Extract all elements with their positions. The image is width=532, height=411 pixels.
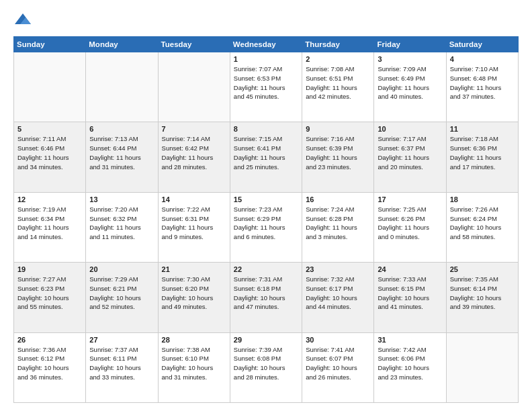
calendar-day-cell: 16Sunrise: 7:24 AMSunset: 6:28 PMDayligh… [302,192,374,262]
day-info: Sunrise: 7:35 AMSunset: 6:14 PMDaylight:… [450,275,515,312]
calendar-day-cell: 1Sunrise: 7:07 AMSunset: 6:53 PMDaylight… [230,52,302,122]
day-number: 31 [378,336,442,344]
day-info: Sunrise: 7:30 AMSunset: 6:20 PMDaylight:… [162,275,226,312]
day-number: 13 [89,195,154,203]
day-info: Sunrise: 7:42 AMSunset: 6:06 PMDaylight:… [378,345,442,382]
calendar-week-row: 1Sunrise: 7:07 AMSunset: 6:53 PMDaylight… [14,52,519,122]
calendar-table: SundayMondayTuesdayWednesdayThursdayFrid… [13,36,519,403]
day-info: Sunrise: 7:16 AMSunset: 6:39 PMDaylight:… [306,134,370,171]
day-info: Sunrise: 7:41 AMSunset: 6:07 PMDaylight:… [306,345,370,382]
day-number: 22 [234,265,298,273]
calendar-day-cell [446,332,518,402]
day-info: Sunrise: 7:26 AMSunset: 6:24 PMDaylight:… [450,205,515,242]
calendar-day-cell: 30Sunrise: 7:41 AMSunset: 6:07 PMDayligh… [302,332,374,402]
calendar-week-row: 26Sunrise: 7:36 AMSunset: 6:12 PMDayligh… [14,332,519,402]
day-number: 23 [306,265,370,273]
day-info: Sunrise: 7:17 AMSunset: 6:37 PMDaylight:… [378,134,442,171]
day-number: 5 [17,125,82,133]
logo-icon [13,11,32,30]
calendar-day-header: Monday [86,37,158,52]
calendar-day-cell: 6Sunrise: 7:13 AMSunset: 6:44 PMDaylight… [86,122,158,192]
header [13,11,519,30]
calendar-day-cell: 24Sunrise: 7:33 AMSunset: 6:15 PMDayligh… [374,263,446,332]
calendar-day-cell: 11Sunrise: 7:18 AMSunset: 6:36 PMDayligh… [446,122,518,192]
day-number: 9 [306,125,370,133]
calendar-day-cell [158,52,230,122]
calendar-day-cell: 20Sunrise: 7:29 AMSunset: 6:21 PMDayligh… [86,263,158,332]
calendar-day-cell: 26Sunrise: 7:36 AMSunset: 6:12 PMDayligh… [14,332,86,402]
day-info: Sunrise: 7:22 AMSunset: 6:31 PMDaylight:… [162,205,226,242]
calendar-day-cell: 9Sunrise: 7:16 AMSunset: 6:39 PMDaylight… [302,122,374,192]
day-number: 25 [450,265,515,273]
calendar-day-cell: 10Sunrise: 7:17 AMSunset: 6:37 PMDayligh… [374,122,446,192]
calendar-day-cell: 17Sunrise: 7:25 AMSunset: 6:26 PMDayligh… [374,192,446,262]
day-info: Sunrise: 7:07 AMSunset: 6:53 PMDaylight:… [234,64,298,101]
day-info: Sunrise: 7:08 AMSunset: 6:51 PMDaylight:… [306,64,370,101]
calendar-day-header: Thursday [302,37,374,52]
calendar-week-row: 19Sunrise: 7:27 AMSunset: 6:23 PMDayligh… [14,263,519,332]
calendar-day-header: Tuesday [158,37,230,52]
calendar-day-cell: 5Sunrise: 7:11 AMSunset: 6:46 PMDaylight… [14,122,86,192]
calendar-day-header: Saturday [446,37,518,52]
calendar-day-cell: 15Sunrise: 7:23 AMSunset: 6:29 PMDayligh… [230,192,302,262]
calendar-day-cell: 25Sunrise: 7:35 AMSunset: 6:14 PMDayligh… [446,263,518,332]
day-number: 21 [162,265,226,273]
day-info: Sunrise: 7:36 AMSunset: 6:12 PMDaylight:… [17,345,82,382]
calendar-day-cell: 4Sunrise: 7:10 AMSunset: 6:48 PMDaylight… [446,52,518,122]
day-info: Sunrise: 7:33 AMSunset: 6:15 PMDaylight:… [378,275,442,312]
calendar-day-cell: 31Sunrise: 7:42 AMSunset: 6:06 PMDayligh… [374,332,446,402]
day-number: 1 [234,55,298,63]
calendar-day-cell: 2Sunrise: 7:08 AMSunset: 6:51 PMDaylight… [302,52,374,122]
day-info: Sunrise: 7:13 AMSunset: 6:44 PMDaylight:… [89,134,154,171]
calendar-day-cell: 27Sunrise: 7:37 AMSunset: 6:11 PMDayligh… [86,332,158,402]
day-number: 11 [450,125,515,133]
day-info: Sunrise: 7:29 AMSunset: 6:21 PMDaylight:… [89,275,154,312]
day-info: Sunrise: 7:39 AMSunset: 6:08 PMDaylight:… [234,345,298,382]
calendar-day-cell: 19Sunrise: 7:27 AMSunset: 6:23 PMDayligh… [14,263,86,332]
calendar-day-cell: 12Sunrise: 7:19 AMSunset: 6:34 PMDayligh… [14,192,86,262]
calendar-day-cell: 3Sunrise: 7:09 AMSunset: 6:49 PMDaylight… [374,52,446,122]
day-info: Sunrise: 7:11 AMSunset: 6:46 PMDaylight:… [17,134,82,171]
day-number: 26 [17,336,82,344]
day-info: Sunrise: 7:09 AMSunset: 6:49 PMDaylight:… [378,64,442,101]
day-info: Sunrise: 7:27 AMSunset: 6:23 PMDaylight:… [17,275,82,312]
day-info: Sunrise: 7:31 AMSunset: 6:18 PMDaylight:… [234,275,298,312]
day-info: Sunrise: 7:32 AMSunset: 6:17 PMDaylight:… [306,275,370,312]
calendar-day-cell [14,52,86,122]
calendar-day-header: Wednesday [230,37,302,52]
day-info: Sunrise: 7:20 AMSunset: 6:32 PMDaylight:… [89,205,154,242]
day-info: Sunrise: 7:24 AMSunset: 6:28 PMDaylight:… [306,205,370,242]
calendar-day-cell: 29Sunrise: 7:39 AMSunset: 6:08 PMDayligh… [230,332,302,402]
calendar-header-row: SundayMondayTuesdayWednesdayThursdayFrid… [14,37,519,52]
day-number: 28 [162,336,226,344]
calendar-day-header: Friday [374,37,446,52]
calendar-day-cell: 23Sunrise: 7:32 AMSunset: 6:17 PMDayligh… [302,263,374,332]
day-number: 2 [306,55,370,63]
day-number: 12 [17,195,82,203]
day-info: Sunrise: 7:25 AMSunset: 6:26 PMDaylight:… [378,205,442,242]
calendar-day-cell: 14Sunrise: 7:22 AMSunset: 6:31 PMDayligh… [158,192,230,262]
calendar-day-cell [86,52,158,122]
day-info: Sunrise: 7:23 AMSunset: 6:29 PMDaylight:… [234,205,298,242]
day-number: 14 [162,195,226,203]
calendar-day-cell: 13Sunrise: 7:20 AMSunset: 6:32 PMDayligh… [86,192,158,262]
day-number: 19 [17,265,82,273]
day-number: 15 [234,195,298,203]
day-info: Sunrise: 7:15 AMSunset: 6:41 PMDaylight:… [234,134,298,171]
day-info: Sunrise: 7:10 AMSunset: 6:48 PMDaylight:… [450,64,515,101]
day-info: Sunrise: 7:14 AMSunset: 6:42 PMDaylight:… [162,134,226,171]
calendar-week-row: 12Sunrise: 7:19 AMSunset: 6:34 PMDayligh… [14,192,519,262]
day-number: 7 [162,125,226,133]
calendar-day-cell: 18Sunrise: 7:26 AMSunset: 6:24 PMDayligh… [446,192,518,262]
day-info: Sunrise: 7:18 AMSunset: 6:36 PMDaylight:… [450,134,515,171]
day-number: 27 [89,336,154,344]
day-number: 24 [378,265,442,273]
calendar-week-row: 5Sunrise: 7:11 AMSunset: 6:46 PMDaylight… [14,122,519,192]
day-number: 3 [378,55,442,63]
day-number: 8 [234,125,298,133]
day-info: Sunrise: 7:38 AMSunset: 6:10 PMDaylight:… [162,345,226,382]
day-number: 4 [450,55,515,63]
calendar-day-cell: 28Sunrise: 7:38 AMSunset: 6:10 PMDayligh… [158,332,230,402]
day-number: 17 [378,195,442,203]
calendar-day-header: Sunday [14,37,86,52]
